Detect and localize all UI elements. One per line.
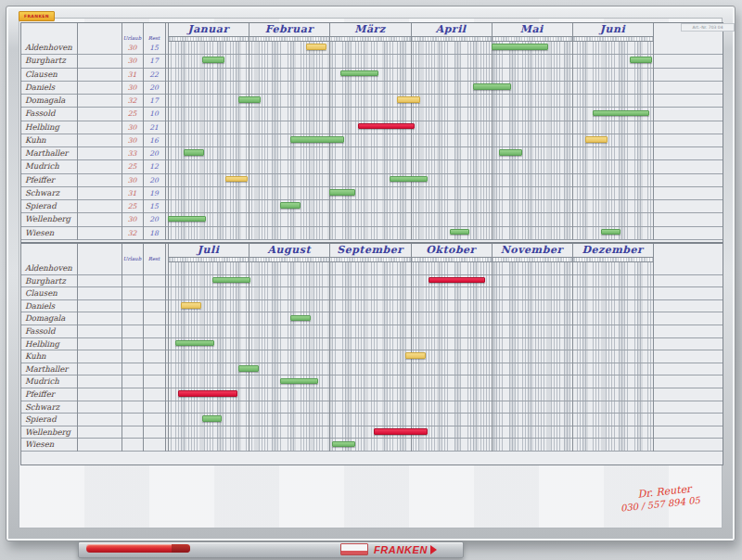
- rest-value: 15: [143, 202, 165, 210]
- rest-value: 16: [143, 136, 165, 145]
- planner-board-photo: FRANKEN Art.-Nr. 703 04 JanuarFebruarMär…: [0, 0, 742, 560]
- rest-value: 20: [143, 83, 165, 92]
- urlaub-value: 30: [122, 215, 143, 223]
- planner-row: Daniels: [21, 300, 723, 313]
- column-divider: [122, 23, 122, 240]
- urlaub-value: 30: [122, 123, 143, 132]
- column-divider: [143, 23, 144, 240]
- vacation-bar-red[interactable]: [178, 390, 237, 397]
- vacation-bar-yellow[interactable]: [306, 44, 326, 50]
- person-name: Pfeiffer: [25, 175, 55, 185]
- planner-section-jan-jun: JanuarFebruarMärzAprilMaiJuniUrlaubRestA…: [20, 22, 723, 243]
- month-divider: [572, 23, 573, 240]
- planner-row: Helbling: [21, 338, 723, 351]
- vacation-bar-green[interactable]: [212, 277, 250, 284]
- vacation-bar-green[interactable]: [630, 57, 652, 63]
- rest-value: 10: [143, 109, 165, 118]
- vacation-bar-green[interactable]: [473, 83, 511, 90]
- person-name: Wiesen: [25, 439, 54, 449]
- vacation-bar-green[interactable]: [238, 96, 261, 103]
- vacation-bar-green[interactable]: [175, 340, 213, 347]
- planner-row: Mudrich2512: [21, 160, 723, 173]
- board-eraser[interactable]: [340, 543, 368, 555]
- vacation-bar-red[interactable]: [374, 428, 428, 435]
- vacation-bar-green[interactable]: [280, 202, 301, 209]
- vacation-bar-yellow[interactable]: [181, 302, 201, 309]
- vacation-bar-green[interactable]: [290, 315, 311, 322]
- urlaub-value: 31: [122, 70, 143, 79]
- planner-row: Burghartz: [21, 275, 723, 288]
- vacation-bar-red[interactable]: [358, 123, 415, 130]
- franken-wordmark: FRANKEN: [374, 544, 428, 555]
- vacation-bar-green[interactable]: [601, 229, 621, 235]
- rest-value: 17: [143, 57, 165, 65]
- person-name: Schwarz: [25, 188, 59, 197]
- vacation-bar-yellow[interactable]: [405, 352, 426, 359]
- vacation-bar-green[interactable]: [390, 176, 428, 183]
- month-label: Januar: [168, 23, 249, 36]
- urlaub-value: 30: [122, 57, 143, 65]
- vacation-bar-yellow[interactable]: [397, 96, 419, 103]
- person-name: Spierad: [25, 201, 57, 210]
- person-name: Wellenberg: [25, 427, 70, 437]
- vacation-bar-red[interactable]: [429, 277, 485, 284]
- vacation-bar-yellow[interactable]: [225, 176, 248, 183]
- vacation-bar-green[interactable]: [290, 136, 344, 143]
- vacation-bar-green[interactable]: [184, 149, 204, 156]
- vacation-bar-green[interactable]: [499, 149, 521, 156]
- column-divider: [143, 244, 144, 452]
- rest-value: 20: [143, 176, 165, 185]
- urlaub-column-header: Urlaub: [122, 35, 143, 42]
- rest-column-header: Rest: [143, 35, 165, 42]
- urlaub-value: 30: [122, 136, 143, 145]
- person-name: Helbling: [25, 122, 59, 132]
- column-divider: [77, 244, 78, 452]
- person-name: Schwarz: [25, 402, 59, 412]
- planner-section-jul-dez: JuliAugustSeptemberOktoberNovemberDezemb…: [20, 243, 723, 465]
- month-divider: [168, 244, 169, 452]
- planner-row: Fassold: [21, 325, 723, 338]
- planner-row: Daniels3020: [21, 82, 723, 95]
- vacation-bar-green[interactable]: [329, 189, 354, 196]
- red-marker-pen[interactable]: [86, 544, 190, 553]
- person-name: Mudrich: [25, 376, 59, 386]
- month-divider: [411, 244, 412, 452]
- vacation-bar-yellow[interactable]: [585, 136, 608, 143]
- planner-row: Spierad2515: [21, 200, 723, 213]
- month-divider: [492, 23, 493, 240]
- month-divider: [572, 244, 573, 452]
- column-divider: [122, 244, 122, 452]
- vacation-bar-green[interactable]: [332, 441, 354, 448]
- urlaub-value: 30: [122, 44, 143, 52]
- vacation-bar-green[interactable]: [593, 110, 649, 117]
- month-divider: [329, 244, 330, 452]
- rest-value: 20: [143, 215, 165, 223]
- rest-value: 12: [143, 162, 165, 171]
- vacation-bar-green[interactable]: [168, 216, 206, 223]
- month-label: Dezember: [572, 244, 653, 257]
- planner-row: Aldenhoven: [21, 262, 723, 275]
- vacation-bar-green[interactable]: [238, 365, 259, 372]
- month-divider: [411, 23, 412, 240]
- planner-row: Aldenhoven3015: [21, 42, 723, 55]
- vacation-bar-green[interactable]: [450, 229, 470, 235]
- month-label: Mai: [492, 23, 572, 36]
- month-divider: [329, 23, 330, 240]
- vacation-bar-green[interactable]: [202, 57, 224, 63]
- planner-row: Wiesen: [21, 439, 723, 452]
- vacation-bar-green[interactable]: [202, 415, 223, 422]
- vacation-bar-green[interactable]: [492, 44, 548, 50]
- person-name: Kuhn: [25, 351, 46, 361]
- urlaub-value: 30: [122, 83, 143, 92]
- vacation-bar-green[interactable]: [340, 70, 378, 77]
- planner-row: Burghartz3017: [21, 55, 723, 68]
- column-divider: [165, 23, 166, 240]
- rest-value: 18: [143, 229, 165, 237]
- planner-row: Clausen: [21, 287, 723, 300]
- vacation-bar-green[interactable]: [280, 378, 318, 385]
- planner-row: Kuhn3016: [21, 134, 723, 147]
- rest-value: 17: [143, 96, 165, 105]
- rest-value: 20: [143, 149, 165, 158]
- corner-brand-sticker: FRANKEN: [19, 11, 55, 21]
- month-label: Februar: [249, 23, 329, 36]
